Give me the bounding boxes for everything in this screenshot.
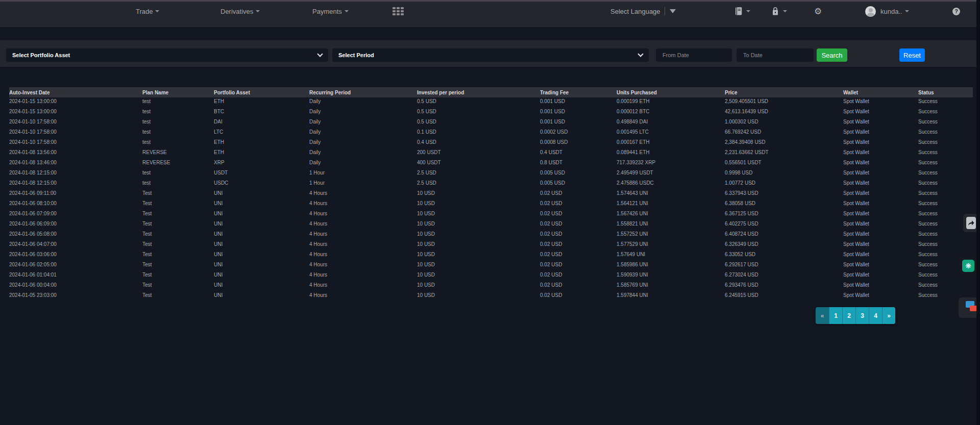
orders-menu[interactable]	[733, 2, 750, 21]
language-selector[interactable]: Select Language	[610, 2, 676, 21]
table-cell: Test	[142, 230, 214, 237]
table-cell: ETH	[214, 148, 309, 156]
page-4-button[interactable]: 4	[869, 307, 882, 324]
portfolio-asset-select[interactable]: Select Portfolio Asset	[6, 48, 328, 62]
table-cell: 2,384.39408 USD	[725, 138, 843, 145]
table-cell: UNI	[214, 251, 309, 258]
table-row: 2024-01-06 01:04:01TestUNI4 Hours10 USD0…	[9, 271, 973, 281]
table-cell: 0.5 USD	[417, 108, 540, 115]
table-cell: 0.000199 ETH	[617, 97, 725, 105]
table-cell: 2024-01-06 08:10:00	[9, 199, 142, 207]
table-cell: 2.5 USD	[417, 169, 540, 176]
table-cell: Spot Wallet	[843, 261, 918, 268]
table-cell: 0.5 USD	[417, 118, 540, 125]
table-cell: 0.02 USD	[540, 210, 617, 217]
period-select[interactable]: Select Period	[332, 48, 649, 62]
page-2-button[interactable]: 2	[842, 307, 855, 324]
column-header: Recurring Period	[309, 90, 417, 95]
table-cell: 6.293476 USD	[725, 281, 843, 288]
table-cell: 6.292617 USD	[725, 261, 843, 268]
table-cell: 2024-01-08 13:56:00	[9, 148, 142, 156]
table-cell: Daily	[309, 118, 417, 125]
assistant-widget[interactable]: ❋	[959, 256, 978, 276]
table-cell: Spot Wallet	[843, 199, 918, 207]
table-row: 2024-01-08 13:46:00REVERESEXRPDaily400 U…	[9, 159, 973, 169]
table-cell: 10 USD	[417, 199, 540, 207]
search-button[interactable]: Search	[817, 48, 847, 62]
divider	[665, 7, 665, 15]
page-3-button[interactable]: 3	[855, 307, 869, 324]
table-cell: Daily	[309, 138, 417, 145]
nav-derivatives[interactable]: Derivatives	[220, 2, 260, 21]
table-cell: 200 USDT	[417, 148, 540, 156]
table-cell: 0.498849 DAI	[617, 118, 725, 125]
chat-widget[interactable]	[959, 297, 978, 318]
table-row: 2024-01-06 05:08:00TestUNI4 Hours10 USD0…	[9, 230, 973, 240]
table-cell: Test	[142, 220, 214, 227]
user-menu[interactable]: kunda..	[865, 2, 909, 21]
table-cell: 2024-01-08 13:46:00	[9, 159, 142, 166]
table-cell: Success	[918, 118, 973, 125]
auto-invest-table: Auto-Invest DatePlan NamePortfolio Asset…	[9, 87, 973, 302]
help-button[interactable]: ?	[952, 2, 960, 21]
table-cell: 2024-01-08 12:15:00	[9, 179, 142, 186]
table-cell: UNI	[214, 189, 309, 196]
scrollbar[interactable]	[976, 0, 980, 425]
filter-bar: Select Portfolio Asset Select Period Fro…	[0, 40, 977, 67]
table-cell: 10 USD	[417, 251, 540, 258]
table-cell: 10 USD	[417, 220, 540, 227]
table-cell: 0.000012 BTC	[617, 108, 725, 115]
table-cell: 1.597844 UNI	[617, 291, 725, 298]
table-cell: 10 USD	[417, 291, 540, 298]
column-header: Status	[918, 90, 973, 95]
share-widget[interactable]	[963, 214, 978, 232]
reset-button[interactable]: Reset	[899, 48, 925, 62]
table-cell: Success	[918, 199, 973, 207]
table-cell: Success	[918, 148, 973, 156]
table-cell: test	[142, 108, 214, 115]
table-cell: 10 USD	[417, 281, 540, 288]
table-cell: Daily	[309, 97, 417, 105]
wallet-bag-icon	[770, 6, 780, 16]
to-date-placeholder: To Date	[743, 52, 763, 58]
table-cell: 4 Hours	[309, 220, 417, 227]
wallet-menu[interactable]	[770, 2, 787, 21]
table-cell: 10 USD	[417, 230, 540, 237]
chevron-down-icon	[638, 51, 643, 57]
from-date-input[interactable]: From Date	[656, 48, 732, 62]
table-cell: 0.02 USD	[540, 199, 617, 207]
table-cell: 1.00772 USD	[725, 179, 843, 186]
table-cell: test	[142, 169, 214, 176]
table-cell: 0.1 USD	[417, 128, 540, 135]
apps-grid-button[interactable]	[393, 2, 404, 21]
settings-button[interactable]: ⚙	[814, 2, 822, 21]
table-cell: 0.556501 USDT	[725, 159, 843, 166]
page-prev-button[interactable]: «	[816, 307, 829, 324]
table-cell: Spot Wallet	[843, 118, 918, 125]
table-cell: 1 Hour	[309, 169, 417, 176]
nav-payments[interactable]: Payments	[312, 2, 349, 21]
table-cell: 0.000167 ETH	[617, 138, 725, 145]
table-row: 2024-01-06 06:09:00TestUNI4 Hours10 USD0…	[9, 220, 973, 230]
table-cell: DAI	[214, 118, 309, 125]
table-row: 2024-01-10 17:58:00testDAIDaily0.5 USD0.…	[9, 118, 973, 128]
table-cell: Daily	[309, 148, 417, 156]
table-cell: UNI	[214, 220, 309, 227]
table-cell: 6.245915 USD	[725, 291, 843, 298]
table-cell: 0.02 USD	[540, 281, 617, 288]
table-cell: test	[142, 128, 214, 135]
table-row: 2024-01-06 02:05:00TestUNI4 Hours10 USD0…	[9, 261, 973, 271]
chevron-down-icon	[905, 10, 909, 12]
column-header: Wallet	[843, 90, 918, 95]
table-cell: 4 Hours	[309, 189, 417, 196]
to-date-input[interactable]: To Date	[737, 48, 814, 62]
table-cell: 2024-01-15 13:00:00	[9, 97, 142, 105]
chevron-down-icon	[783, 10, 787, 12]
table-cell: 2024-01-05 23:03:00	[9, 291, 142, 298]
portfolio-asset-select-value: Select Portfolio Asset	[12, 52, 70, 58]
table-cell: Spot Wallet	[843, 169, 918, 176]
page-next-button[interactable]: »	[882, 307, 895, 324]
table-cell: test	[142, 97, 214, 105]
nav-trade[interactable]: Trade	[136, 2, 159, 21]
page-1-button[interactable]: 1	[829, 307, 842, 324]
